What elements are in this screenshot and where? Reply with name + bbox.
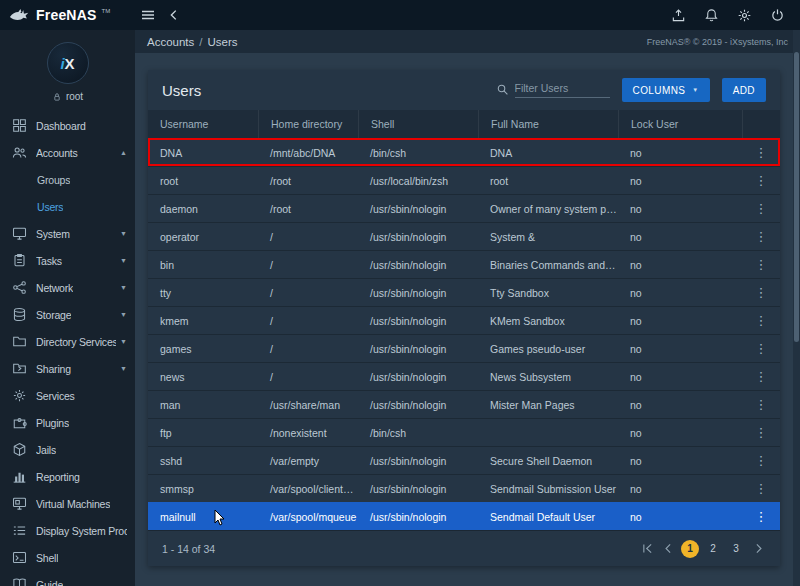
cell-shell: /usr/sbin/nologin [358, 362, 478, 390]
sidebar-item-reporting[interactable]: Reporting [0, 463, 135, 490]
sidebar-item-accounts[interactable]: Accounts ▲ [0, 139, 135, 166]
power-button[interactable] [764, 2, 790, 28]
table-row[interactable]: daemon/root/usr/sbin/nologinOwner of man… [148, 194, 780, 222]
cell-home: /root [258, 194, 358, 222]
row-menu-button[interactable]: ⋮ [753, 397, 769, 412]
pagination-first-button[interactable] [639, 541, 655, 557]
page-scrollbar[interactable] [793, 30, 800, 586]
column-header[interactable]: Username [148, 110, 258, 138]
alerts-button[interactable] [698, 2, 724, 28]
sidebar-item-dashboard[interactable]: Dashboard [0, 112, 135, 139]
table-row[interactable]: man/usr/share/man/usr/sbin/nologinMister… [148, 390, 780, 418]
table-row[interactable]: operator//usr/sbin/nologinSystem &no⋮ [148, 222, 780, 250]
page-button-1[interactable]: 1 [681, 540, 699, 558]
row-menu-button[interactable]: ⋮ [753, 313, 769, 328]
page-button-2[interactable]: 2 [704, 540, 722, 558]
settings-button[interactable] [731, 2, 757, 28]
chevron-down-icon: ▼ [116, 311, 127, 318]
column-header[interactable]: Full Name [478, 110, 618, 138]
row-menu-button[interactable]: ⋮ [753, 481, 769, 496]
sidebar-item-plugins[interactable]: Plugins [0, 409, 135, 436]
sidebar-item-label: Shell [36, 552, 58, 564]
breadcrumb-accounts[interactable]: Accounts [147, 36, 194, 48]
sidebar-item-groups[interactable]: Groups [0, 166, 135, 193]
shell-icon [12, 550, 27, 565]
chevron-down-icon: ▼ [116, 230, 127, 237]
upload-button[interactable] [665, 2, 691, 28]
table-row[interactable]: kmem//usr/sbin/nologinKMem Sandboxno⋮ [148, 306, 780, 334]
table-row[interactable]: sshd/var/empty/usr/sbin/nologinSecure Sh… [148, 446, 780, 474]
sidebar: i X root Dashboard Accounts ▲ Groups Use… [0, 30, 135, 586]
sidebar-item-label: System [36, 228, 70, 240]
page-button-3[interactable]: 3 [727, 540, 745, 558]
breadcrumb-users[interactable]: Users [208, 36, 238, 48]
cell-full_name: root [478, 166, 618, 194]
row-menu-button[interactable]: ⋮ [753, 257, 769, 272]
table-row[interactable]: mailnull/var/spool/mqueue/usr/sbin/nolog… [148, 502, 780, 530]
row-menu-button[interactable]: ⋮ [753, 285, 769, 300]
page-first-icon [641, 542, 654, 555]
cell-shell: /usr/sbin/nologin [358, 306, 478, 334]
cell-username: news [148, 362, 258, 390]
sidebar-item-tasks[interactable]: Tasks ▼ [0, 247, 135, 274]
row-menu-button[interactable]: ⋮ [753, 341, 769, 356]
row-menu-button[interactable]: ⋮ [753, 425, 769, 440]
page-scrollbar-thumb[interactable] [794, 52, 799, 342]
table-row[interactable]: root/root/usr/local/bin/zshrootno⋮ [148, 166, 780, 194]
table-row[interactable]: news//usr/sbin/nologinNews Subsystemno⋮ [148, 362, 780, 390]
system-icon [12, 226, 27, 241]
column-header[interactable]: Shell [358, 110, 478, 138]
back-button[interactable] [161, 2, 187, 28]
sidebar-item-display-system-processes[interactable]: Display System Processes [0, 517, 135, 544]
logged-in-user: root [52, 91, 83, 102]
pagination-prev-button[interactable] [660, 541, 676, 557]
sidebar-item-guide[interactable]: Guide [0, 571, 135, 586]
sidebar-item-network[interactable]: Network ▼ [0, 274, 135, 301]
cell-lock: no [618, 306, 742, 334]
menu-toggle-button[interactable] [135, 2, 161, 28]
row-menu-button[interactable]: ⋮ [753, 453, 769, 468]
cell-actions: ⋮ [742, 194, 780, 222]
add-button[interactable]: ADD [722, 78, 766, 102]
filter-users-input[interactable] [515, 80, 610, 98]
row-menu-button[interactable]: ⋮ [753, 201, 769, 216]
table-row[interactable]: tty//usr/sbin/nologinTty Sandboxno⋮ [148, 278, 780, 306]
cell-lock: no [618, 222, 742, 250]
row-menu-button[interactable]: ⋮ [753, 145, 769, 160]
sharing-icon [12, 361, 27, 376]
cell-lock: no [618, 418, 742, 446]
pagination-next-button[interactable] [750, 541, 766, 557]
sidebar-item-shell[interactable]: Shell [0, 544, 135, 571]
column-header[interactable]: Home directory [258, 110, 358, 138]
column-header[interactable]: Lock User [618, 110, 742, 138]
cell-shell: /bin/csh [358, 138, 478, 166]
sidebar-item-label: Groups [37, 174, 70, 186]
column-header-actions [742, 110, 780, 138]
table-row[interactable]: smmsp/var/spool/clientmqueue/usr/sbin/no… [148, 474, 780, 502]
sidebar-item-sharing[interactable]: Sharing ▼ [0, 355, 135, 382]
table-row[interactable]: ftp/nonexistent/bin/cshno⋮ [148, 418, 780, 446]
table-row[interactable]: bin//usr/sbin/nologinBinaries Commands a… [148, 250, 780, 278]
sidebar-item-virtual-machines[interactable]: Virtual Machines [0, 490, 135, 517]
sidebar-item-users[interactable]: Users [0, 193, 135, 220]
row-menu-button[interactable]: ⋮ [753, 173, 769, 188]
table-row[interactable]: games//usr/sbin/nologinGames pseudo-user… [148, 334, 780, 362]
cell-actions: ⋮ [742, 334, 780, 362]
table-row[interactable]: DNA/mnt/abc/DNA/bin/cshDNAno⋮ [148, 138, 780, 166]
chevron-down-icon: ▼ [116, 257, 127, 264]
sidebar-item-services[interactable]: Services [0, 382, 135, 409]
cell-home: /usr/share/man [258, 390, 358, 418]
sidebar-item-storage[interactable]: Storage ▼ [0, 301, 135, 328]
columns-button[interactable]: COLUMNS ▼ [622, 78, 710, 102]
row-menu-button[interactable]: ⋮ [753, 369, 769, 384]
sidebar-item-directory-services[interactable]: Directory Services ▼ [0, 328, 135, 355]
row-menu-button[interactable]: ⋮ [753, 229, 769, 244]
row-menu-button[interactable]: ⋮ [753, 509, 769, 524]
cell-full_name: Owner of many system processes [478, 194, 618, 222]
cell-full_name: Secure Shell Daemon [478, 446, 618, 474]
brand[interactable]: FreeNAS TM [0, 7, 135, 23]
cell-full_name: System & [478, 222, 618, 250]
cell-username: bin [148, 250, 258, 278]
sidebar-item-jails[interactable]: Jails [0, 436, 135, 463]
sidebar-item-system[interactable]: System ▼ [0, 220, 135, 247]
